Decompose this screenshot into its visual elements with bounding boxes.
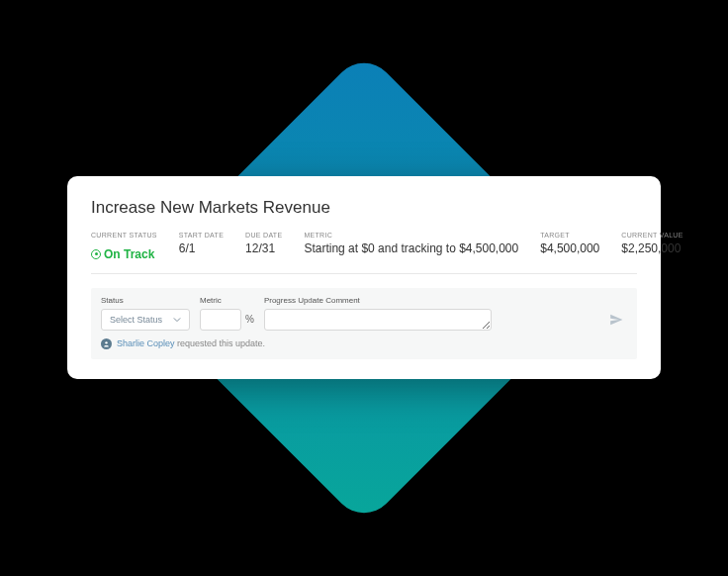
comment-field-group: Progress Update Comment <box>264 296 595 331</box>
metric-label: Metric <box>200 296 254 305</box>
meta-current-status: CURRENT STATUS On Track <box>91 232 157 261</box>
status-label: Status <box>101 296 190 305</box>
meta-current-value: CURRENT VALUE $2,250,000 <box>621 232 682 261</box>
meta-value: 6/1 <box>179 241 224 255</box>
goal-title: Increase New Markets Revenue <box>91 198 637 218</box>
send-button[interactable] <box>605 309 627 331</box>
meta-value: Starting at $0 and tracking to $4,500,00… <box>304 241 518 255</box>
requester-info: Sharlie Copley requested this update. <box>101 338 627 349</box>
metric-field-group: Metric % <box>200 296 254 331</box>
percent-suffix: % <box>245 314 254 325</box>
meta-label: DUE DATE <box>245 232 282 239</box>
update-form: Status Select Status Metric % Progress U… <box>91 288 637 359</box>
on-track-icon <box>91 249 101 259</box>
requester-name: Sharlie Copley <box>117 338 175 348</box>
comment-label: Progress Update Comment <box>264 296 595 305</box>
person-icon <box>103 340 110 347</box>
meta-label: METRIC <box>304 232 518 239</box>
goal-meta-row: CURRENT STATUS On Track START DATE 6/1 D… <box>91 232 637 274</box>
meta-value: $4,500,000 <box>540 241 599 255</box>
meta-target: TARGET $4,500,000 <box>540 232 599 261</box>
svg-point-0 <box>105 341 107 343</box>
meta-value: 12/31 <box>245 241 282 255</box>
requester-suffix: requested this update. <box>177 338 265 348</box>
status-select-placeholder: Select Status <box>110 315 162 325</box>
meta-value: $2,250,000 <box>621 241 682 255</box>
meta-label: CURRENT VALUE <box>621 232 682 239</box>
status-field-group: Status Select Status <box>101 296 190 331</box>
send-icon <box>609 313 623 327</box>
avatar <box>101 338 112 349</box>
metric-input[interactable] <box>200 309 241 331</box>
meta-label: START DATE <box>179 232 224 239</box>
meta-label: TARGET <box>540 232 599 239</box>
meta-due-date: DUE DATE 12/31 <box>245 232 282 261</box>
status-badge: On Track <box>91 247 154 261</box>
status-select[interactable]: Select Status <box>101 309 190 331</box>
meta-label: CURRENT STATUS <box>91 232 157 239</box>
comment-input[interactable] <box>264 309 492 331</box>
meta-start-date: START DATE 6/1 <box>179 232 224 261</box>
chevron-down-icon <box>173 316 181 324</box>
status-text: On Track <box>104 247 154 261</box>
meta-metric: METRIC Starting at $0 and tracking to $4… <box>304 232 518 261</box>
goal-card: Increase New Markets Revenue CURRENT STA… <box>67 176 661 379</box>
